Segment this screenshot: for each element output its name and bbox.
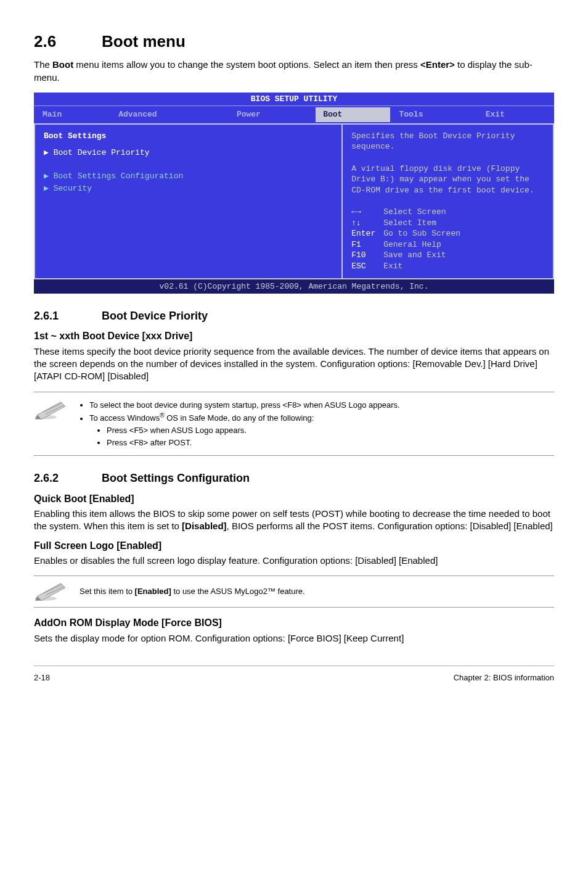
section-number: 2.6 <box>34 31 102 52</box>
chapter-label: Chapter 2: BIOS information <box>454 672 554 683</box>
note-icon <box>34 398 68 421</box>
bios-menu-main: Main <box>35 107 110 122</box>
option-description: Sets the display mode for option ROM. Co… <box>34 632 554 645</box>
bios-menubar: MainAdvancedPowerBootToolsExit <box>34 106 554 123</box>
bios-menu-boot: Boot <box>316 107 390 122</box>
bios-key-legend: ←→Select Screen↑↓Select ItemEnterGo to S… <box>351 207 544 271</box>
option-description: These items specify the boot device prio… <box>34 345 554 383</box>
bios-right-panel: Specifies the Boot Device Priority seque… <box>343 125 553 278</box>
bios-item: ▶ Boot Device Priority <box>44 147 333 159</box>
section-heading: 2.6Boot menu <box>34 31 554 52</box>
option-heading: Quick Boot [Enabled] <box>34 492 554 506</box>
bios-menu-power: Power <box>229 107 314 122</box>
option-heading: AddOn ROM Display Mode [Force BIOS] <box>34 616 554 630</box>
bios-item: ▶ Security <box>44 183 333 194</box>
subsection-heading: 2.6.2Boot Settings Configuration <box>34 471 554 485</box>
subsection-heading: 2.6.1Boot Device Priority <box>34 308 554 323</box>
note-icon <box>34 580 68 602</box>
bios-title: BIOS SETUP UTILITY <box>34 93 554 107</box>
bios-help-text: Specifies the Boot Device Priority seque… <box>351 131 544 196</box>
option-heading: Full Screen Logo [Enabled] <box>34 539 554 553</box>
bios-footer: v02.61 (C)Copyright 1985-2009, American … <box>34 279 554 294</box>
option-description: Enabling this item allows the BIOS to sk… <box>34 508 554 533</box>
section-title: Boot menu <box>102 32 186 51</box>
note-list: To select the boot device during system … <box>80 398 400 450</box>
bios-left-panel: Boot Settings ▶ Boot Device Priority▶ Bo… <box>35 125 343 278</box>
page-number: 2-18 <box>34 672 50 683</box>
note-block: Set this item to [Enabled] to use the AS… <box>34 576 554 608</box>
bios-menu-advanced: Advanced <box>111 107 228 122</box>
bios-screenshot: BIOS SETUP UTILITY MainAdvancedPowerBoot… <box>34 93 554 294</box>
note-block: To select the boot device during system … <box>34 392 554 456</box>
bios-panel-header: Boot Settings <box>44 131 333 142</box>
bios-menu-exit: Exit <box>478 107 553 122</box>
page-footer: 2-18 Chapter 2: BIOS information <box>34 666 554 683</box>
intro-paragraph: The Boot menu items allow you to change … <box>34 59 554 84</box>
bios-menu-tools: Tools <box>391 107 476 122</box>
option-heading: 1st ~ xxth Boot Device [xxx Drive] <box>34 329 554 343</box>
bios-item: ▶ Boot Settings Configuration <box>44 171 333 182</box>
option-description: Enables or disables the full screen logo… <box>34 555 554 567</box>
